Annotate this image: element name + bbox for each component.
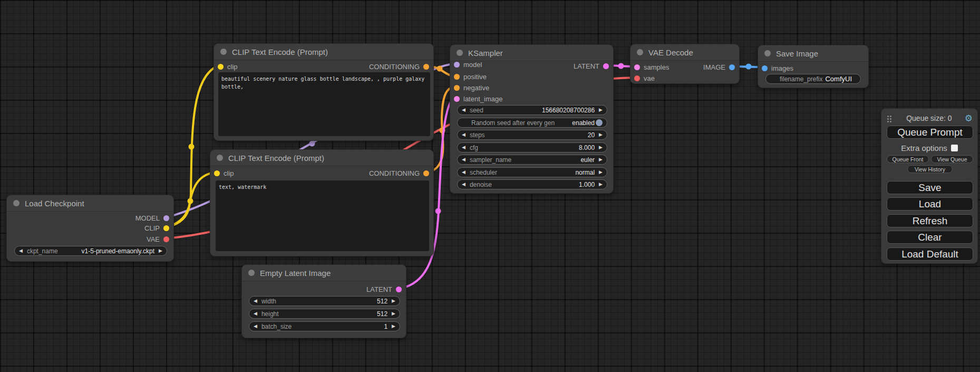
increment-arrow-icon[interactable]: ▶ — [599, 182, 603, 187]
node-titlebar[interactable]: CLIP Text Encode (Prompt) — [210, 150, 433, 166]
widget-height[interactable]: ◀ height 512 ▶ — [249, 309, 400, 319]
save-button[interactable]: Save — [887, 181, 973, 194]
node-vae-decode[interactable]: VAE Decode samples vae IMAGE — [630, 44, 740, 84]
node-clip-text-encode-negative[interactable]: CLIP Text Encode (Prompt) clip CONDITION… — [210, 149, 434, 256]
drag-handle-icon[interactable] — [886, 115, 891, 122]
decrement-arrow-icon[interactable]: ◀ — [19, 249, 23, 253]
input-slot-model[interactable]: model — [454, 60, 482, 69]
clear-button[interactable]: Clear — [887, 231, 973, 244]
view-queue-button[interactable]: View Queue — [931, 155, 973, 163]
node-collapse-icon[interactable] — [13, 200, 20, 206]
output-slot-model[interactable]: MODEL — [135, 214, 169, 222]
output-slot-clip[interactable]: CLIP — [144, 224, 169, 232]
node-load-checkpoint[interactable]: Load Checkpoint MODEL CLIP VAE ◀ ckpt_na… — [6, 195, 174, 262]
image-port-icon[interactable] — [729, 64, 735, 70]
node-titlebar[interactable]: Save Image — [758, 45, 868, 62]
node-collapse-icon[interactable] — [764, 50, 771, 56]
increment-arrow-icon[interactable]: ▶ — [599, 170, 603, 175]
decrement-arrow-icon[interactable]: ◀ — [462, 170, 465, 175]
increment-arrow-icon[interactable]: ▶ — [392, 311, 395, 316]
output-slot-latent[interactable]: LATENT — [366, 285, 402, 293]
widget-ckpt-name[interactable]: ◀ ckpt_name v1-5-pruned-emaonly.ckpt ▶ — [14, 246, 167, 256]
node-titlebar[interactable]: Load Checkpoint — [7, 195, 173, 212]
conditioning-port-icon[interactable] — [454, 85, 460, 91]
queue-front-button[interactable]: Queue Front — [887, 155, 929, 163]
node-collapse-icon[interactable] — [248, 270, 255, 276]
input-slot-positive[interactable]: positive — [454, 72, 487, 81]
widget-cfg[interactable]: ◀ cfg 8.000 ▶ — [457, 142, 607, 152]
increment-arrow-icon[interactable]: ▶ — [599, 108, 603, 112]
conditioning-port-icon[interactable] — [423, 170, 429, 176]
node-titlebar[interactable]: CLIP Text Encode (Prompt) — [214, 44, 433, 60]
node-collapse-icon[interactable] — [220, 49, 227, 55]
model-port-icon[interactable] — [163, 215, 169, 221]
input-slot-vae[interactable]: vae — [634, 74, 655, 82]
toggle-enabled-icon[interactable] — [596, 119, 603, 126]
node-collapse-icon[interactable] — [217, 155, 223, 161]
node-titlebar[interactable]: Empty Latent Image — [242, 265, 406, 281]
input-slot-negative[interactable]: negative — [454, 83, 489, 92]
node-ksampler[interactable]: KSampler model positive negative latent_… — [450, 44, 614, 194]
node-empty-latent-image[interactable]: Empty Latent Image LATENT ◀ width 512 ▶ … — [241, 264, 406, 338]
negative-prompt-textarea[interactable]: text, watermark — [216, 180, 429, 251]
widget-filename-prefix[interactable]: filename_prefix ComfyUI — [765, 74, 861, 84]
decrement-arrow-icon[interactable]: ◀ — [462, 108, 465, 112]
conditioning-port-icon[interactable] — [454, 74, 460, 80]
view-history-button[interactable]: View History — [907, 165, 953, 173]
node-collapse-icon[interactable] — [637, 49, 643, 55]
decrement-arrow-icon[interactable]: ◀ — [254, 324, 257, 329]
output-slot-vae[interactable]: VAE — [147, 235, 169, 243]
widget-batch-size[interactable]: ◀ batch_size 1 ▶ — [249, 321, 400, 331]
load-default-button[interactable]: Load Default — [887, 247, 973, 261]
widget-steps[interactable]: ◀ steps 20 ▶ — [457, 130, 607, 140]
widget-width[interactable]: ◀ width 512 ▶ — [249, 296, 400, 306]
widget-sampler-name[interactable]: ◀ sampler_name euler ▶ — [457, 155, 607, 165]
gear-icon[interactable]: ⚙ — [965, 114, 973, 123]
decrement-arrow-icon[interactable]: ◀ — [254, 311, 257, 316]
input-slot-clip[interactable]: clip — [214, 169, 234, 177]
increment-arrow-icon[interactable]: ▶ — [599, 132, 603, 137]
node-collapse-icon[interactable] — [457, 50, 463, 56]
decrement-arrow-icon[interactable]: ◀ — [462, 132, 465, 137]
node-titlebar[interactable]: VAE Decode — [630, 44, 739, 61]
widget-scheduler[interactable]: ◀ scheduler normal ▶ — [457, 167, 607, 177]
latent-port-icon[interactable] — [454, 96, 460, 102]
clip-port-icon[interactable] — [163, 225, 169, 231]
widget-denoise[interactable]: ◀ denoise 1.000 ▶ — [457, 179, 607, 189]
widget-seed[interactable]: ◀ seed 156680208700286 ▶ — [457, 105, 607, 115]
node-titlebar[interactable]: KSampler — [450, 45, 613, 61]
decrement-arrow-icon[interactable]: ◀ — [254, 299, 257, 303]
increment-arrow-icon[interactable]: ▶ — [392, 324, 395, 329]
input-slot-images[interactable]: images — [762, 64, 793, 72]
output-slot-image[interactable]: IMAGE — [703, 63, 735, 71]
decrement-arrow-icon[interactable]: ◀ — [462, 182, 465, 187]
input-slot-clip[interactable]: clip — [218, 62, 238, 71]
image-port-icon[interactable] — [762, 65, 768, 71]
latent-port-icon[interactable] — [634, 64, 640, 70]
latent-port-icon[interactable] — [396, 287, 402, 292]
output-slot-latent[interactable]: LATENT — [574, 62, 609, 70]
increment-arrow-icon[interactable]: ▶ — [599, 157, 603, 162]
vae-port-icon[interactable] — [634, 75, 640, 81]
vae-port-icon[interactable] — [163, 236, 169, 242]
refresh-button[interactable]: Refresh — [887, 214, 973, 227]
node-save-image[interactable]: Save Image images filename_prefix ComfyU… — [758, 45, 869, 88]
clip-port-icon[interactable] — [218, 64, 224, 70]
widget-seed-control[interactable]: Random seed after every gen enabled — [457, 118, 607, 128]
positive-prompt-textarea[interactable]: beautiful scenery nature glass bottle la… — [218, 72, 430, 136]
increment-arrow-icon[interactable]: ▶ — [159, 249, 162, 253]
load-button[interactable]: Load — [887, 197, 973, 211]
node-graph-canvas[interactable]: Load Checkpoint MODEL CLIP VAE ◀ ckpt_na… — [0, 0, 980, 372]
decrement-arrow-icon[interactable]: ◀ — [462, 145, 465, 150]
output-slot-conditioning[interactable]: CONDITIONING — [369, 62, 429, 71]
node-clip-text-encode-positive[interactable]: CLIP Text Encode (Prompt) clip CONDITION… — [214, 43, 434, 141]
output-slot-conditioning[interactable]: CONDITIONING — [369, 169, 429, 177]
decrement-arrow-icon[interactable]: ◀ — [462, 157, 465, 162]
input-slot-samples[interactable]: samples — [634, 63, 669, 71]
increment-arrow-icon[interactable]: ▶ — [392, 299, 395, 303]
input-slot-latent-image[interactable]: latent_image — [454, 94, 502, 103]
increment-arrow-icon[interactable]: ▶ — [599, 145, 603, 150]
clip-port-icon[interactable] — [214, 170, 220, 176]
model-port-icon[interactable] — [454, 62, 460, 68]
extra-options-checkbox[interactable] — [951, 145, 958, 151]
